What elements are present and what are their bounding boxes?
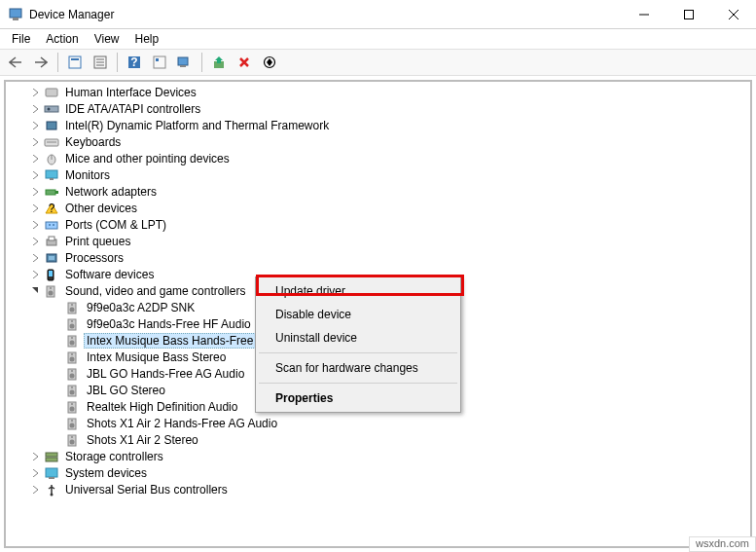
svg-rect-6 [69, 56, 81, 68]
close-button[interactable] [711, 0, 756, 29]
toolbar-separator [117, 53, 118, 72]
title-bar: Device Manager [0, 0, 756, 29]
svg-point-77 [51, 493, 54, 496]
ctx-update-driver[interactable]: Update driver [258, 279, 458, 303]
maximize-button[interactable] [666, 0, 711, 29]
expand-icon[interactable] [29, 204, 43, 212]
svg-point-68 [70, 423, 75, 427]
ctx-separator [259, 352, 457, 353]
svg-point-56 [70, 356, 75, 361]
minimize-button[interactable] [622, 0, 666, 29]
tree-category[interactable]: Network adapters [10, 183, 750, 200]
svg-text:?: ? [130, 55, 137, 69]
ctx-scan-hardware[interactable]: Scan for hardware changes [258, 356, 458, 380]
svg-rect-38 [49, 237, 54, 240]
svg-rect-29 [50, 178, 54, 180]
tree-category[interactable]: Human Interface Devices [10, 84, 750, 100]
mouse-icon [43, 152, 60, 166]
tree-category[interactable]: Intel(R) Dynamic Platform and Thermal Fr… [10, 117, 750, 133]
menu-help[interactable]: Help [127, 30, 167, 48]
action-button[interactable] [148, 52, 171, 73]
speaker-icon [64, 301, 82, 314]
tree-device[interactable]: Shots X1 Air 2 Hands-Free AG Audio [10, 415, 750, 431]
uninstall-button[interactable] [233, 52, 256, 73]
toolbar-separator [57, 53, 58, 72]
expand-icon[interactable] [29, 469, 43, 477]
tree-category[interactable]: Universal Serial Bus controllers [10, 481, 750, 497]
svg-text:?: ? [49, 202, 55, 215]
speaker-icon [64, 417, 82, 430]
ctx-separator [259, 383, 457, 384]
scan-button[interactable] [173, 52, 197, 73]
menu-bar: File Action View Help [0, 29, 756, 49]
category-label: System devices [62, 465, 150, 481]
category-label: Human Interface Devices [62, 85, 199, 100]
expand-icon[interactable] [29, 271, 43, 278]
toolbar: ? [0, 49, 756, 76]
svg-rect-40 [49, 256, 54, 260]
category-label: Print queues [62, 234, 133, 249]
category-label: Keyboards [62, 134, 124, 150]
port-icon [43, 218, 60, 232]
expand-icon[interactable] [29, 453, 43, 460]
forward-button[interactable] [29, 52, 53, 73]
expand-icon[interactable] [29, 238, 43, 245]
tree-category[interactable]: System devices [10, 464, 750, 481]
help-button[interactable]: ? [123, 52, 146, 73]
svg-rect-75 [46, 468, 57, 477]
tree-category[interactable]: Monitors [10, 166, 750, 183]
expand-icon[interactable] [29, 254, 43, 262]
window-controls [622, 0, 756, 29]
menu-action[interactable]: Action [38, 30, 86, 48]
software-icon [43, 268, 60, 281]
tree-category[interactable]: Processors [10, 249, 750, 266]
svg-point-48 [71, 304, 73, 306]
tree-category[interactable]: Mice and other pointing devices [10, 150, 750, 166]
svg-rect-34 [46, 222, 57, 229]
collapse-icon[interactable] [29, 287, 43, 295]
expand-icon[interactable] [29, 171, 43, 179]
ctx-uninstall-device[interactable]: Uninstall device [258, 326, 458, 350]
svg-rect-15 [156, 58, 159, 61]
expand-icon[interactable] [29, 122, 43, 129]
expand-icon[interactable] [29, 105, 43, 113]
tree-category[interactable]: Storage controllers [10, 448, 750, 464]
tree-device[interactable]: Shots X1 Air 2 Stereo [10, 431, 750, 448]
svg-rect-0 [10, 9, 21, 18]
back-button[interactable] [4, 52, 27, 73]
tree-category[interactable]: Print queues [10, 233, 750, 249]
svg-point-59 [70, 373, 75, 378]
device-label: JBL GO Hands-Free AG Audio [84, 366, 247, 382]
category-label: Monitors [62, 167, 113, 183]
svg-point-51 [71, 320, 73, 322]
expand-icon[interactable] [29, 486, 43, 494]
show-hidden-button[interactable] [63, 52, 87, 73]
storage-icon [43, 450, 60, 463]
tree-category[interactable]: IDE ATA/ATAPI controllers [10, 100, 750, 117]
expand-icon[interactable] [29, 221, 43, 229]
speaker-icon [64, 384, 82, 397]
svg-point-36 [53, 224, 54, 226]
expand-icon[interactable] [29, 188, 43, 196]
app-icon [8, 7, 23, 22]
tree-category[interactable]: ?Other devices [10, 200, 750, 216]
cpu-icon [43, 251, 60, 265]
ctx-disable-device[interactable]: Disable device [258, 303, 458, 326]
tree-category[interactable]: Keyboards [10, 133, 750, 150]
keyboard-icon [43, 135, 60, 149]
speaker-icon [64, 433, 82, 447]
menu-file[interactable]: File [4, 30, 38, 48]
expand-icon[interactable] [29, 155, 43, 163]
menu-view[interactable]: View [87, 30, 127, 48]
ctx-properties[interactable]: Properties [258, 386, 458, 410]
expand-icon[interactable] [29, 89, 43, 96]
update-driver-button[interactable] [207, 52, 231, 73]
printer-icon [43, 235, 60, 248]
category-label: IDE ATA/ATAPI controllers [62, 101, 203, 117]
tree-category[interactable]: Ports (COM & LPT) [10, 216, 750, 233]
disable-button[interactable] [258, 52, 281, 73]
svg-point-44 [49, 290, 54, 295]
expand-icon[interactable] [29, 138, 43, 146]
svg-rect-17 [180, 65, 186, 67]
properties-button[interactable] [89, 52, 112, 73]
